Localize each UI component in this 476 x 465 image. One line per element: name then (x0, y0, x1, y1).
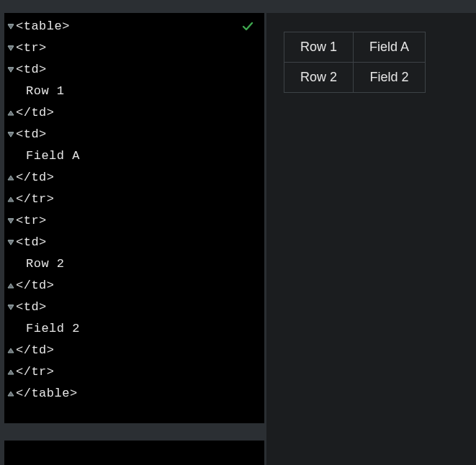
code-text: <tr> (16, 210, 47, 232)
code-text: <tr> (16, 37, 47, 59)
code-line[interactable]: </td> (4, 102, 264, 124)
fold-end-icon[interactable] (6, 368, 16, 376)
title-bar-spacer (0, 0, 476, 13)
code-line[interactable]: </tr> (4, 189, 264, 210)
code-line[interactable]: <tr> (4, 210, 264, 232)
fold-end-icon[interactable] (6, 173, 16, 182)
preview-panel: Row 1Field ARow 2Field 2 (266, 13, 476, 465)
table-row: Row 1Field A (284, 32, 426, 63)
fold-collapse-icon[interactable] (6, 217, 16, 225)
fold-end-icon[interactable] (6, 281, 16, 290)
code-text: Row 2 (16, 253, 65, 275)
table-cell: Field A (354, 32, 426, 63)
fold-collapse-icon[interactable] (6, 303, 16, 312)
fold-end-icon[interactable] (6, 389, 16, 398)
fold-collapse-icon[interactable] (6, 66, 16, 74)
check-icon (241, 20, 254, 33)
table-cell: Field 2 (354, 63, 426, 93)
fold-end-icon[interactable] (6, 195, 16, 204)
code-line[interactable]: </td> (4, 167, 264, 189)
code-text: </td> (16, 102, 55, 124)
editor-footer-below (4, 441, 264, 465)
code-text: <td> (16, 297, 47, 318)
table-row: Row 2Field 2 (284, 63, 426, 93)
code-line[interactable]: </td> (4, 340, 264, 361)
fold-collapse-icon[interactable] (6, 22, 16, 31)
code-text: </tr> (16, 361, 55, 383)
fold-collapse-icon[interactable] (6, 44, 16, 53)
code-text: </td> (16, 167, 55, 189)
code-text: </td> (16, 275, 55, 297)
code-line[interactable]: <td> (4, 59, 264, 81)
code-line[interactable]: Field 2 (4, 318, 264, 340)
code-line[interactable]: <table> (4, 16, 264, 37)
code-line[interactable]: <td> (4, 124, 264, 145)
main-split: <table><tr><td>Row 1</td><td>Field A</td… (0, 13, 476, 465)
code-line[interactable]: <td> (4, 232, 264, 253)
code-line[interactable]: Field A (4, 145, 264, 167)
code-line[interactable]: </table> (4, 383, 264, 405)
code-line[interactable]: </td> (4, 275, 264, 297)
code-text: Row 1 (16, 81, 65, 102)
code-text: Field A (16, 145, 80, 167)
fold-collapse-icon[interactable] (6, 238, 16, 247)
code-editor-panel: <table><tr><td>Row 1</td><td>Field A</td… (4, 13, 266, 465)
code-text: <td> (16, 124, 47, 145)
preview-table: Row 1Field ARow 2Field 2 (284, 32, 426, 93)
code-line[interactable]: Row 2 (4, 253, 264, 275)
code-text: <td> (16, 232, 47, 253)
code-line[interactable]: <tr> (4, 37, 264, 59)
fold-end-icon[interactable] (6, 109, 16, 117)
code-text: </table> (16, 383, 78, 405)
code-editor[interactable]: <table><tr><td>Row 1</td><td>Field A</td… (4, 13, 264, 407)
code-text: </td> (16, 340, 55, 361)
code-text: <table> (16, 16, 70, 37)
table-cell: Row 2 (284, 63, 354, 93)
code-line[interactable]: <td> (4, 297, 264, 318)
code-line[interactable]: </tr> (4, 361, 264, 383)
code-text: </tr> (16, 189, 55, 210)
code-line[interactable]: Row 1 (4, 81, 264, 102)
fold-collapse-icon[interactable] (6, 130, 16, 139)
table-cell: Row 1 (284, 32, 354, 63)
fold-end-icon[interactable] (6, 346, 16, 355)
editor-footer-bar (4, 423, 264, 441)
code-text: <td> (16, 59, 47, 81)
code-text: Field 2 (16, 318, 80, 340)
